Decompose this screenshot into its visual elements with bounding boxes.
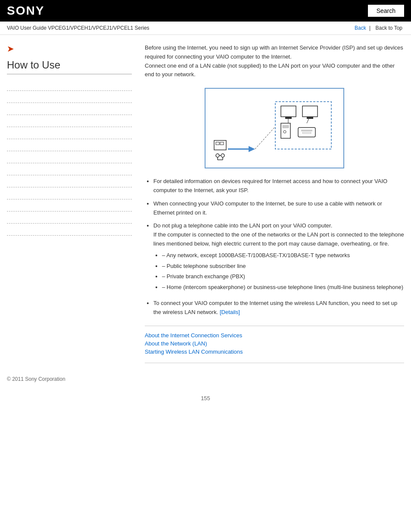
- diagram-container: [145, 88, 404, 168]
- svg-rect-21: [301, 130, 312, 131]
- svg-point-3: [216, 154, 219, 157]
- sidebar-item[interactable]: [7, 91, 132, 103]
- diagram-svg: [210, 93, 339, 162]
- sub-item-3: Private branch exchange (PBX): [162, 272, 404, 281]
- page-number: 155: [0, 391, 411, 406]
- sony-logo: SONY: [7, 4, 44, 18]
- sidebar-item[interactable]: [7, 115, 132, 127]
- svg-rect-15: [302, 106, 318, 117]
- bullet-item-2: When connecting your VAIO computer to th…: [153, 199, 404, 218]
- sub-list: Any network, except 1000BASE-T/100BASE-T…: [162, 251, 404, 292]
- svg-point-4: [221, 154, 224, 157]
- sidebar-item[interactable]: [7, 127, 132, 139]
- back-to-top-link[interactable]: Back to Top: [374, 25, 404, 31]
- sidebar-item[interactable]: [7, 224, 132, 236]
- sidebar-item[interactable]: [7, 163, 132, 175]
- sidebar-arrow-icon: ➤: [7, 44, 132, 54]
- footer: © 2011 Sony Corporation: [0, 367, 411, 391]
- link-about-network[interactable]: About the Network (LAN): [145, 340, 404, 347]
- sub-item-2: Public telephone subscriber line: [162, 262, 404, 271]
- sidebar-item[interactable]: [7, 175, 132, 187]
- sidebar: ➤ How to Use: [7, 39, 140, 363]
- details-link[interactable]: [Details]: [220, 309, 240, 315]
- content-area: Before using the Internet, you need to s…: [140, 39, 404, 363]
- main-container: ➤ How to Use Before using the Internet, …: [0, 35, 411, 367]
- svg-rect-18: [283, 125, 289, 128]
- svg-rect-2: [220, 142, 224, 145]
- link-wireless-lan[interactable]: Starting Wireless LAN Communications: [145, 348, 404, 355]
- sidebar-item[interactable]: [7, 187, 132, 199]
- wireless-bullet-list: To connect your VAIO computer to the Int…: [153, 299, 404, 317]
- bullet-item-1: For detailed information on devices requ…: [153, 177, 404, 195]
- bullet-list: For detailed information on devices requ…: [153, 177, 404, 292]
- header: SONY Search: [0, 0, 411, 22]
- sub-item-1: Any network, except 1000BASE-T/100BASE-T…: [162, 251, 404, 260]
- sidebar-item[interactable]: [7, 79, 132, 91]
- svg-marker-10: [249, 146, 255, 152]
- svg-rect-13: [281, 106, 296, 117]
- sub-item-4: Home (intercom speakerphone) or business…: [162, 283, 404, 292]
- sidebar-item[interactable]: [7, 212, 132, 224]
- svg-rect-1: [216, 142, 219, 145]
- nav-links: Back | Back to Top: [355, 25, 404, 31]
- svg-rect-16: [307, 117, 313, 119]
- sidebar-item[interactable]: [7, 199, 132, 212]
- svg-point-19: [283, 131, 286, 133]
- network-diagram: [205, 88, 344, 168]
- intro-paragraph-1: Before using the Internet, you need to s…: [145, 44, 404, 79]
- sidebar-title: How to Use: [7, 59, 132, 75]
- copyright-text: © 2011 Sony Corporation: [7, 376, 65, 382]
- back-link[interactable]: Back: [355, 25, 366, 31]
- bullet-item-3: Do not plug a telephone cable into the L…: [153, 221, 404, 292]
- svg-line-11: [255, 128, 274, 149]
- svg-rect-22: [302, 132, 311, 134]
- svg-rect-0: [214, 140, 226, 150]
- breadcrumb: VAIO User Guide VPCEG1/VPCEH1/VPCEJ1/VPC…: [7, 25, 149, 31]
- sidebar-item[interactable]: [7, 139, 132, 151]
- search-button[interactable]: Search: [368, 5, 404, 17]
- bottom-links: About the Internet Connection Services A…: [145, 326, 404, 363]
- wireless-bullet-item: To connect your VAIO computer to the Int…: [153, 299, 404, 317]
- link-internet-connection[interactable]: About the Internet Connection Services: [145, 332, 404, 339]
- sidebar-item[interactable]: [7, 151, 132, 163]
- breadcrumb-bar: VAIO User Guide VPCEG1/VPCEH1/VPCEJ1/VPC…: [0, 22, 411, 35]
- sidebar-item[interactable]: [7, 103, 132, 115]
